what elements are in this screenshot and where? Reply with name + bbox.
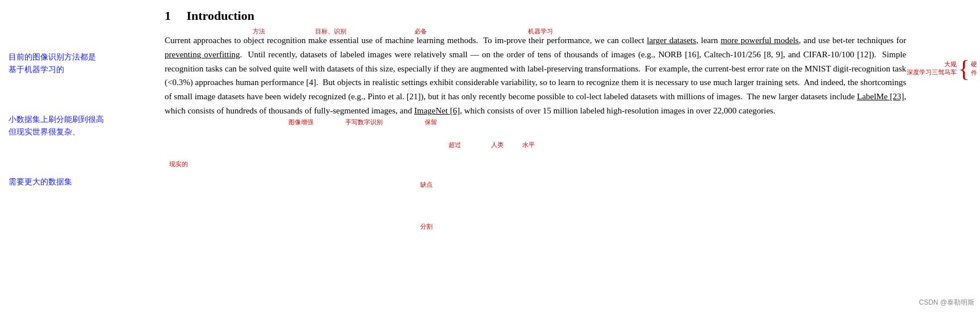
float-label-handwriting: 手写数字识别 [345,117,383,127]
float-label-shortcoming: 缺点 [420,180,433,189]
section-number: 1 [165,9,171,23]
right-bracket: { [958,57,970,81]
float-label-exceed: 超过 [449,140,461,150]
page-container: 目前的图像识别方法都是基于机器学习的 小数据集上刷分能刷到很高但现实世界很复杂、… [0,0,980,312]
float-label-level: 水平 [522,140,535,150]
right-margin: 大规 深度学习三驾马车 { 硬件 [918,0,980,312]
watermark-text: CSDN @泰勒明斯 [919,298,974,306]
section-heading: 1 Introduction [165,9,906,23]
link-larger-datasets: larger datasets [647,36,696,45]
float-label-realistic: 现实的 [169,159,188,169]
float-label-segment: 分割 [420,222,433,231]
link-imagenet: ImageNet [6] [414,106,460,115]
link-preventing-overfitting: preventing overfitting [165,50,240,59]
right-bracket-label: 硬件 [971,60,977,78]
float-label-augment: 图像增强 [288,117,313,127]
link-labelme: LabelMe [23] [857,92,904,101]
left-annotation-2: 小数据集上刷分能刷到很高但现实世界很复杂、 [9,113,145,139]
main-paragraph: Current approaches to object recognition… [165,33,906,118]
watermark: CSDN @泰勒明斯 [919,298,974,307]
link-more-powerful-models: more powerful models [721,36,799,45]
section-title: Introduction [187,9,254,23]
paragraph-block: 方法 目标、识别 必备 机器学习 Current approaches to o… [165,33,906,118]
left-margin: 目前的图像识别方法都是基于机器学习的 小数据集上刷分能刷到很高但现实世界很复杂、… [0,0,159,312]
float-label-preserve: 保留 [425,117,437,127]
left-annotation-3: 需要更大的数据集 [9,176,111,188]
right-label-mid: 深度学习三驾马车 [907,69,957,77]
main-content: 1 Introduction 方法 目标、识别 必备 机器学习 Current … [159,0,918,312]
left-annotation-1: 目前的图像识别方法都是基于机器学习的 [9,51,150,77]
float-label-human: 人类 [491,140,504,150]
right-label-top: 大规 [944,61,957,69]
